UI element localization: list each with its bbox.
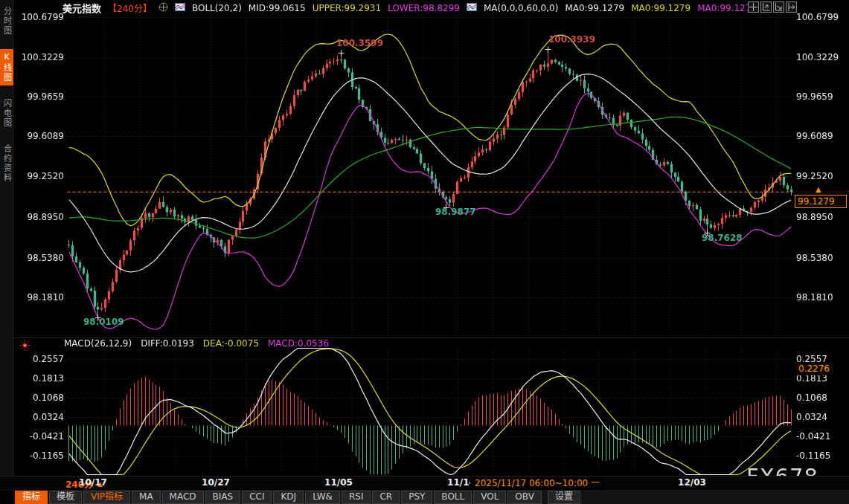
price-axis-label: 98.5380	[796, 252, 847, 264]
price-axis-label: 100.6799	[18, 11, 64, 23]
indicator-toolbar: 指标 模板 VIP指标 MA MACD BIAS CCI KDJ LW& RSI…	[13, 490, 849, 504]
low-annotation: 98.9877	[435, 207, 476, 217]
price-axis-label: 99.2520	[18, 170, 64, 182]
symbol-name: 美元指数	[63, 1, 101, 15]
macd-axis-label: -0.1165	[796, 450, 847, 462]
price-axis-label: 99.9659	[18, 91, 64, 103]
settings-button[interactable]: 设置	[548, 491, 580, 504]
chart-mode-sidebar: 分时图 K线图 闪电图 合约资料	[0, 0, 13, 491]
price-axis-label: 98.8950	[796, 211, 847, 223]
ma-indicator-icon[interactable]	[467, 3, 477, 13]
macd-axis-label: 0.0324	[796, 411, 847, 423]
ma0-yellow-value: MA0:99.1279	[631, 3, 691, 13]
chart-header: 美元指数 【240分】 BOLL(20,2) MID:99.0615 UPPER…	[63, 1, 771, 15]
price-axis-label: 99.6089	[796, 130, 847, 142]
price-axis-label: 98.1810	[18, 291, 64, 303]
date-label: 10/27	[199, 477, 233, 488]
indicator-lw-button[interactable]: LW&	[305, 491, 340, 504]
price-axis-label: 100.3229	[796, 51, 847, 63]
chart-tool-icons	[748, 1, 797, 13]
price-axis-label: 98.8950	[18, 211, 64, 223]
macd-settings-icon[interactable]	[19, 340, 31, 354]
price-axis-label: 98.5380	[18, 252, 64, 264]
indicator-vol-button[interactable]: VOL	[473, 491, 506, 504]
low-annotation: 98.0109	[83, 317, 124, 327]
low-annotation: 98.7628	[702, 233, 743, 243]
indicator-obv-button[interactable]: OBV	[507, 491, 542, 504]
trading-app-window: 分时图 K线图 闪电图 合约资料 美元指数 【240分】 BOLL(20,2) …	[0, 0, 849, 504]
current-price-marker-icon: ▲	[816, 185, 821, 193]
ma-label: MA(0,0,0,60,0,0)	[484, 3, 558, 13]
macd-axis-label: -0.1165	[18, 450, 64, 462]
boll-mid-value: MID:99.0615	[249, 3, 306, 13]
indicator-psy-button[interactable]: PSY	[401, 491, 432, 504]
date-label: 12/03	[675, 477, 709, 488]
sidebar-item-lightning-chart[interactable]: 闪电图	[0, 96, 13, 131]
price-axis-label: 99.6089	[18, 130, 64, 142]
macd-macd-value: MACD:0.0536	[268, 338, 329, 349]
pan-icon[interactable]	[748, 1, 759, 13]
price-axis-label: 100.6799	[796, 11, 847, 23]
tab-templates[interactable]: 模板	[49, 491, 82, 504]
indicator-rsi-button[interactable]: RSI	[342, 491, 371, 504]
macd-title: MACD(26,12,9)	[64, 338, 132, 349]
tab-vip-indicators[interactable]: VIP指标	[83, 491, 130, 504]
macd-current-value-box: 0.2276	[795, 363, 833, 375]
macd-axis-label: 0.2557	[18, 353, 64, 365]
expand-icon[interactable]	[786, 1, 797, 13]
macd-axis-label: -0.0421	[796, 430, 847, 442]
macd-axis-label: 0.1068	[18, 392, 64, 404]
macd-axis-label: 0.1813	[18, 372, 64, 384]
candlestick-chart-canvas[interactable]	[0, 0, 849, 504]
macd-axis-label: 0.1068	[796, 392, 847, 404]
boll-indicator-icon[interactable]	[175, 3, 185, 13]
macd-dea-value: DEA:-0.0075	[203, 338, 259, 349]
date-label: 11/05	[321, 477, 356, 488]
period-label: 【240分】	[108, 1, 152, 14]
price-axis-label: 99.2520	[796, 170, 847, 182]
boll-lower-value: LOWER:98.8299	[388, 3, 460, 13]
macd-diff-value: DIFF:0.0193	[141, 338, 194, 349]
indicator-kdj-button[interactable]: KDJ	[273, 491, 304, 504]
boll-upper-value: UPPER:99.2931	[313, 3, 381, 13]
indicator-bias-button[interactable]: BIAS	[205, 491, 241, 504]
tab-indicators[interactable]: 指标	[15, 491, 48, 504]
high-annotation: 100.3939	[548, 34, 595, 45]
indicator-cr-button[interactable]: CR	[372, 491, 400, 504]
sidebar-item-time-chart[interactable]: 分时图	[0, 4, 13, 39]
indicator-cci-button[interactable]: CCI	[242, 491, 272, 504]
indicator-macd-button[interactable]: MACD	[162, 491, 204, 504]
sidebar-item-contract-info[interactable]: 合约资料	[0, 141, 13, 186]
time-axis-row: 240分 ▲ 10/17 10/27 11/05 11/14 12/03 202…	[0, 476, 849, 490]
macd-header: MACD(26,12,9) DIFF:0.0193 DEA:-0.0075 MA…	[64, 338, 329, 349]
price-axis-label: 98.1810	[796, 291, 847, 303]
current-price-box: 99.1279	[795, 195, 847, 208]
boll-label: BOLL(20,2)	[192, 3, 242, 13]
date-label: 10/17	[76, 477, 110, 488]
crosshair-circle-icon[interactable]	[158, 2, 168, 14]
indicator-boll-button[interactable]: BOLL	[434, 491, 472, 504]
high-annotation: 100.3599	[336, 38, 383, 48]
macd-axis-label: -0.0421	[18, 430, 64, 442]
sidebar-item-kline-chart[interactable]: K线图	[0, 49, 13, 85]
zoom-out-icon[interactable]	[773, 1, 784, 13]
price-axis-label: 100.3229	[18, 51, 64, 63]
price-axis-label: 99.9659	[796, 91, 847, 103]
macd-axis-label: 0.0324	[18, 411, 64, 423]
ma0-white-value: MA0:99.1279	[565, 3, 624, 13]
zoom-in-icon[interactable]	[760, 1, 772, 13]
crosshair-time-tooltip: 2025/11/17 06:00~10:00 一	[470, 476, 604, 490]
indicator-ma-button[interactable]: MA	[132, 491, 161, 504]
